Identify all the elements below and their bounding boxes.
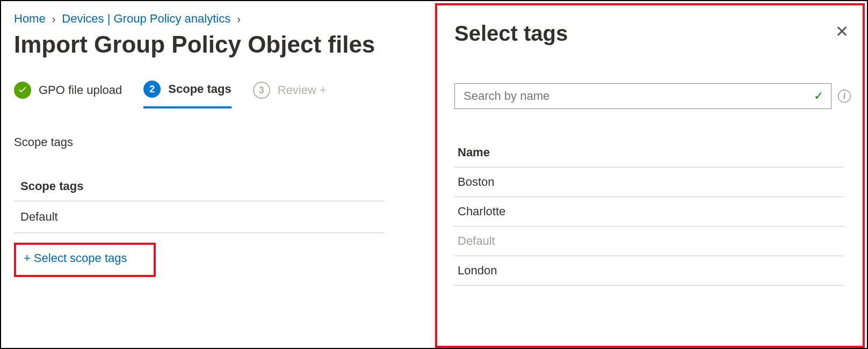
name-column-header: Name <box>454 141 843 168</box>
step-number-icon: 3 <box>253 82 270 99</box>
search-input[interactable] <box>462 89 814 104</box>
search-input-wrapper[interactable]: ✓ <box>454 83 831 109</box>
select-scope-tags-highlight: + Select scope tags <box>14 243 156 277</box>
plus-icon: + <box>24 251 31 265</box>
info-icon[interactable]: i <box>838 90 851 103</box>
step-label: GPO file upload <box>39 83 122 97</box>
table-row: Default <box>14 201 385 233</box>
chevron-right-icon: › <box>237 13 241 25</box>
breadcrumb-home[interactable]: Home <box>14 12 46 26</box>
select-tags-panel: Select tags ✕ ✓ i Name Boston Charlotte … <box>435 3 865 348</box>
list-item[interactable]: Charlotte <box>454 197 843 227</box>
panel-title: Select tags <box>454 21 568 46</box>
select-scope-tags-label: Select scope tags <box>34 251 127 265</box>
step-gpo-upload[interactable]: GPO file upload <box>14 82 122 107</box>
scope-tags-column-header: Scope tags <box>14 175 385 201</box>
list-item[interactable]: London <box>454 256 843 286</box>
checkmark-icon <box>14 82 31 99</box>
list-item: Default <box>454 227 843 256</box>
step-review[interactable]: 3 Review + <box>253 82 327 107</box>
tags-list: Name Boston Charlotte Default London <box>454 141 843 286</box>
step-label: Review + <box>278 83 327 97</box>
chevron-right-icon: › <box>52 13 56 25</box>
select-scope-tags-button[interactable]: + Select scope tags <box>16 251 127 265</box>
breadcrumb-devices[interactable]: Devices | Group Policy analytics <box>62 12 230 26</box>
scope-tags-table: Scope tags Default <box>14 175 385 233</box>
step-scope-tags[interactable]: 2 Scope tags <box>143 81 231 108</box>
close-icon[interactable]: ✕ <box>833 21 851 42</box>
step-number-icon: 2 <box>143 81 161 98</box>
step-label: Scope tags <box>168 82 231 96</box>
list-item[interactable]: Boston <box>454 168 843 197</box>
checkmark-icon: ✓ <box>814 89 823 103</box>
